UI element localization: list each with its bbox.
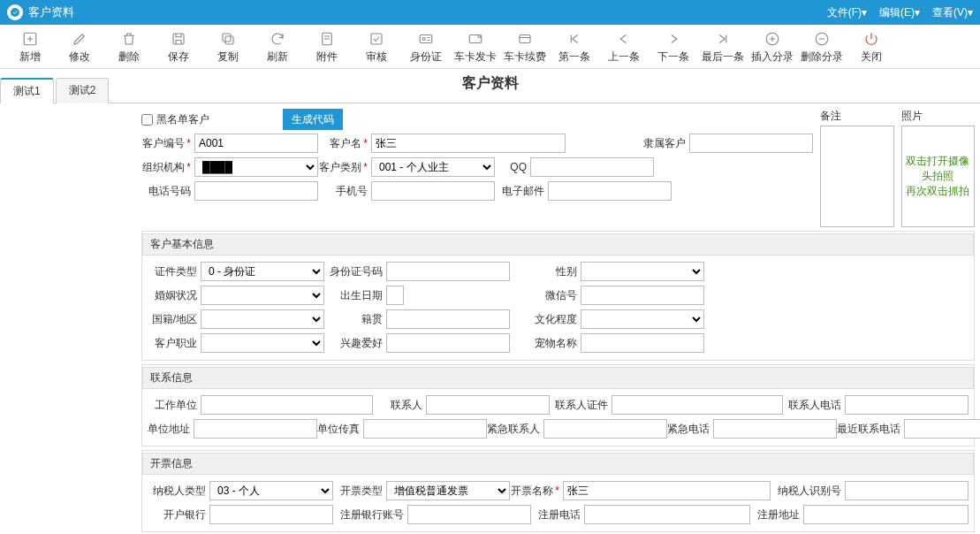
photo-box[interactable]: 双击打开摄像头拍照 再次双击抓拍 [901, 126, 976, 227]
prev-icon [615, 30, 633, 48]
toolbar-save[interactable]: 保存 [154, 30, 203, 65]
remark-box[interactable] [820, 126, 894, 227]
recent-phone-input[interactable] [904, 419, 980, 439]
reg-addr-label: 注册地址 [750, 507, 803, 523]
nation-select[interactable] [201, 309, 324, 329]
gen-code-button[interactable]: 生成代码 [283, 109, 343, 130]
belong-input[interactable] [689, 134, 813, 153]
pet-input[interactable] [581, 333, 704, 353]
menu-edit[interactable]: 编辑(E) [879, 5, 915, 20]
origin-label: 籍贯 [324, 312, 386, 327]
toolbar-close[interactable]: 关闭 [847, 30, 896, 65]
reg-phone-input[interactable] [584, 505, 750, 524]
id-type-label: 证件类型 [148, 264, 201, 279]
toolbar-next[interactable]: 下一条 [649, 30, 698, 65]
marriage-select[interactable] [201, 286, 324, 305]
menu-file[interactable]: 文件(F) [827, 5, 862, 20]
customer-no-input[interactable] [194, 134, 318, 153]
job-select[interactable] [201, 333, 324, 353]
toolbar-issue-card[interactable]: 车卡发卡 [451, 30, 500, 65]
contact-label: 联系人 [373, 398, 426, 413]
birth-label: 出生日期 [324, 288, 386, 303]
last-icon [714, 30, 732, 48]
photo-label: 照片 [901, 109, 976, 124]
toolbar-insert-row[interactable]: 插入分录 [748, 30, 797, 65]
mobile-label: 手机号 [318, 184, 371, 199]
addr-label: 单位地址 [148, 422, 194, 437]
svg-rect-11 [520, 35, 530, 43]
svg-rect-4 [223, 34, 231, 42]
reg-phone-label: 注册电话 [531, 507, 584, 523]
taxpayer-type-label: 纳税人类型 [148, 484, 209, 499]
emergency-phone-input[interactable] [713, 419, 837, 439]
toolbar-refresh[interactable]: 刷新 [253, 30, 302, 65]
first-icon [566, 30, 583, 48]
edu-select[interactable] [581, 309, 704, 329]
customer-name-input[interactable] [371, 134, 566, 153]
emergency-input[interactable] [543, 419, 667, 439]
reg-addr-input[interactable] [803, 505, 969, 524]
svg-point-10 [478, 35, 481, 38]
pet-label: 宠物名称 [510, 336, 581, 351]
toolbar-copy[interactable]: 复制 [203, 30, 253, 65]
toolbar-last[interactable]: 最后一条 [698, 30, 748, 65]
invoice-name-label: 开票名称 [510, 484, 563, 499]
toolbar-new[interactable]: 新增 [5, 30, 55, 65]
taxpayer-no-input[interactable] [845, 481, 969, 500]
toolbar-delete-row[interactable]: 删除分录 [797, 30, 847, 65]
toolbar-attach[interactable]: 附件 [302, 30, 352, 65]
tab-test2[interactable]: 测试2 [56, 78, 110, 103]
toolbar-delete[interactable]: 删除 [104, 30, 154, 65]
bank-acct-input[interactable] [407, 505, 531, 524]
fax-input[interactable] [363, 419, 487, 439]
toolbar-renew-card[interactable]: 车卡续费 [500, 30, 550, 65]
photo-hint2: 再次双击抓拍 [906, 184, 969, 199]
toolbar-audit[interactable]: 审核 [352, 30, 401, 65]
hobby-input[interactable] [386, 333, 510, 353]
contact-phone-input[interactable] [845, 395, 969, 415]
origin-input[interactable] [386, 309, 510, 329]
taxpayer-type-select[interactable]: 03 - 个人 [209, 481, 333, 500]
taxpayer-no-label: 纳税人识别号 [771, 484, 845, 499]
invoice-name-input[interactable] [563, 481, 771, 500]
titlebar: 客户资料 文件(F)▾ 编辑(E)▾ 查看(V)▾ [0, 0, 980, 25]
photo-hint1: 双击打开摄像头拍照 [902, 154, 975, 184]
toolbar-prev[interactable]: 上一条 [599, 30, 649, 65]
toolbar-edit[interactable]: 修改 [55, 30, 104, 65]
toolbar-idcard[interactable]: 身份证 [401, 30, 451, 65]
bank-input[interactable] [209, 505, 333, 524]
bank-acct-label: 注册银行账号 [333, 507, 407, 523]
toolbar-first[interactable]: 第一条 [550, 30, 599, 65]
id-no-input[interactable] [386, 262, 510, 281]
contact-id-input[interactable] [612, 395, 784, 415]
gender-select[interactable] [581, 262, 704, 281]
belong-label: 隶属客户 [566, 136, 689, 151]
id-type-select[interactable]: 0 - 身份证 [201, 262, 324, 281]
svg-rect-2 [173, 34, 184, 44]
blacklist-checkbox[interactable] [141, 114, 153, 126]
save-icon [170, 30, 187, 48]
bank-label: 开户银行 [148, 507, 209, 523]
mobile-input[interactable] [371, 181, 495, 201]
email-input[interactable] [548, 181, 672, 201]
customer-name-label: 客户名 [318, 136, 371, 151]
basic-section: 客户基本信息 [142, 233, 974, 256]
tab-test1[interactable]: 测试1 [0, 78, 54, 103]
wechat-input[interactable] [581, 286, 704, 305]
contact-input[interactable] [426, 395, 550, 415]
paperclip-icon [318, 30, 336, 48]
cust-type-select[interactable]: 001 - 个人业主 [371, 157, 495, 177]
work-unit-input[interactable] [201, 395, 373, 415]
toolbar: 新增 修改 删除 保存 复制 刷新 附件 审核 身份证 车卡发卡 车卡续费 第一… [0, 25, 980, 69]
qq-input[interactable] [530, 157, 654, 177]
org-select[interactable]: ████ [194, 157, 318, 177]
wechat-label: 微信号 [510, 288, 581, 303]
circle-plus-icon [763, 30, 781, 48]
contact-section: 联系信息 [142, 367, 974, 389]
birth-input[interactable] [386, 286, 404, 305]
phone-input[interactable] [194, 181, 318, 201]
menu-view[interactable]: 查看(V) [932, 5, 968, 20]
addr-input[interactable] [194, 419, 317, 439]
invoice-type-select[interactable]: 增值税普通发票 [386, 481, 510, 500]
qq-label: QQ [495, 161, 530, 173]
